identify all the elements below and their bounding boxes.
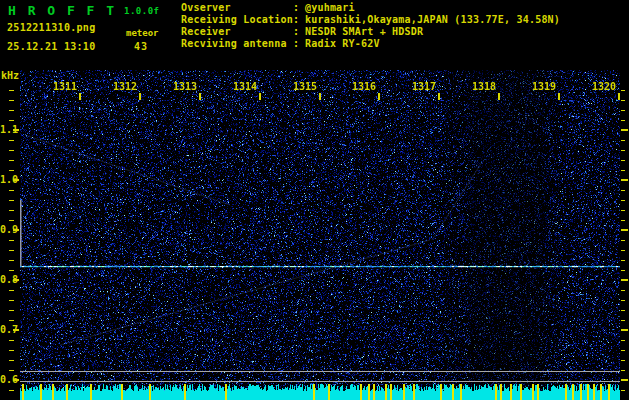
frequency-axis-unit: kHz xyxy=(1,70,19,81)
spectrogram-canvas xyxy=(20,70,620,400)
time-tick xyxy=(139,93,141,100)
right-axis-tick xyxy=(621,360,625,361)
right-axis-tick xyxy=(621,350,625,351)
freq-minor-tick xyxy=(9,360,14,361)
right-axis-tick xyxy=(621,320,625,321)
freq-minor-tick xyxy=(9,120,14,121)
freq-major-tick xyxy=(13,279,19,281)
info-row-colon: : xyxy=(293,2,305,14)
info-row: Receiving Location:kurashiki,Okayama,JAP… xyxy=(181,14,560,26)
freq-minor-tick xyxy=(9,320,14,321)
freq-minor-tick xyxy=(9,200,14,201)
time-tick xyxy=(199,93,201,100)
right-axis-tick xyxy=(621,270,625,271)
right-axis-tick xyxy=(621,310,625,311)
freq-tick-label: 0.6 xyxy=(0,375,14,385)
freq-minor-tick xyxy=(9,350,14,351)
info-row-value: @yuhmari xyxy=(305,2,355,14)
freq-tick-label: 1.0 xyxy=(0,175,14,185)
right-axis-tick xyxy=(621,210,625,211)
right-axis-tick xyxy=(621,370,625,371)
right-axis-tick xyxy=(621,260,625,261)
time-tick xyxy=(378,93,380,100)
freq-tick-label: 0.8 xyxy=(0,275,14,285)
info-row-label: Receiver xyxy=(181,26,293,38)
right-axis-tick xyxy=(621,340,625,341)
freq-minor-tick xyxy=(9,340,14,341)
time-tick xyxy=(79,93,81,100)
hrofft-screen: H R O F F T 1.0.0f 2512211310.png meteor… xyxy=(0,0,629,400)
right-axis-tick xyxy=(621,220,625,221)
right-axis-tick xyxy=(621,100,625,101)
time-tick xyxy=(558,93,560,100)
freq-minor-tick xyxy=(9,220,14,221)
time-tick-label: 1313 xyxy=(170,82,197,92)
freq-minor-tick xyxy=(9,270,14,271)
right-axis-tick xyxy=(621,279,628,281)
right-axis-tick xyxy=(621,90,625,91)
right-axis-tick xyxy=(621,160,625,161)
right-axis-tick xyxy=(621,390,625,391)
info-row-value: Radix RY-62V xyxy=(305,38,380,50)
right-axis-tick xyxy=(621,179,628,181)
freq-minor-tick xyxy=(9,370,14,371)
freq-minor-tick xyxy=(9,150,14,151)
info-row-label: Receiving Location xyxy=(181,14,293,26)
freq-minor-tick xyxy=(9,300,14,301)
freq-minor-tick xyxy=(9,110,14,111)
meteor-count-value: 43 xyxy=(134,41,148,52)
freq-minor-tick xyxy=(9,90,14,91)
info-row-value: NESDR SMArt + HDSDR xyxy=(305,26,423,38)
freq-major-tick xyxy=(13,129,19,131)
freq-minor-tick xyxy=(9,260,14,261)
info-row-value: kurashiki,Okayama,JAPAN (133.77E, 34.58N… xyxy=(305,14,560,26)
info-row: Recviving antenna:Radix RY-62V xyxy=(181,38,560,50)
time-tick-label: 1319 xyxy=(529,82,556,92)
right-axis-tick xyxy=(621,379,628,381)
right-axis-tick xyxy=(621,129,628,131)
freq-tick-label: 0.7 xyxy=(0,325,14,335)
info-row: Ovserver:@yuhmari xyxy=(181,2,560,14)
right-axis-tick xyxy=(621,140,625,141)
app-title: H R O F F T xyxy=(8,3,116,18)
info-row-colon: : xyxy=(293,26,305,38)
info-row: Receiver:NESDR SMArt + HDSDR xyxy=(181,26,560,38)
time-tick-label: 1311 xyxy=(50,82,77,92)
time-tick xyxy=(498,93,500,100)
time-tick-label: 1317 xyxy=(409,82,436,92)
app-version: 1.0.0f xyxy=(124,6,160,16)
freq-tick-label: 1.1 xyxy=(0,125,14,135)
right-axis-tick xyxy=(621,240,625,241)
freq-minor-tick xyxy=(9,310,14,311)
info-row-label: Recviving antenna xyxy=(181,38,293,50)
right-axis-tick xyxy=(621,250,625,251)
right-axis-tick xyxy=(621,150,625,151)
right-axis-tick xyxy=(621,200,625,201)
time-tick-label: 1314 xyxy=(230,82,257,92)
right-axis-tick xyxy=(621,190,625,191)
right-axis-tick xyxy=(621,300,625,301)
right-axis-tick xyxy=(621,120,625,121)
output-filename: 2512211310.png xyxy=(7,22,96,33)
time-tick-label: 1320 xyxy=(589,82,616,92)
freq-major-tick xyxy=(13,329,19,331)
right-axis-tick xyxy=(621,329,628,331)
freq-major-tick xyxy=(13,229,19,231)
freq-minor-tick xyxy=(9,160,14,161)
freq-minor-tick xyxy=(9,190,14,191)
freq-minor-tick xyxy=(9,290,14,291)
info-row-label: Ovserver xyxy=(181,2,293,14)
right-axis-tick xyxy=(621,290,625,291)
time-tick xyxy=(438,93,440,100)
time-tick-label: 1312 xyxy=(110,82,137,92)
time-tick xyxy=(319,93,321,100)
time-tick xyxy=(618,93,620,100)
freq-minor-tick xyxy=(9,100,14,101)
time-tick-label: 1316 xyxy=(349,82,376,92)
freq-minor-tick xyxy=(9,240,14,241)
freq-minor-tick xyxy=(9,390,14,391)
observer-info-panel: Ovserver:@yuhmariReceiving Location:kura… xyxy=(181,2,560,50)
time-tick-label: 1315 xyxy=(290,82,317,92)
freq-minor-tick xyxy=(9,250,14,251)
freq-minor-tick xyxy=(9,210,14,211)
